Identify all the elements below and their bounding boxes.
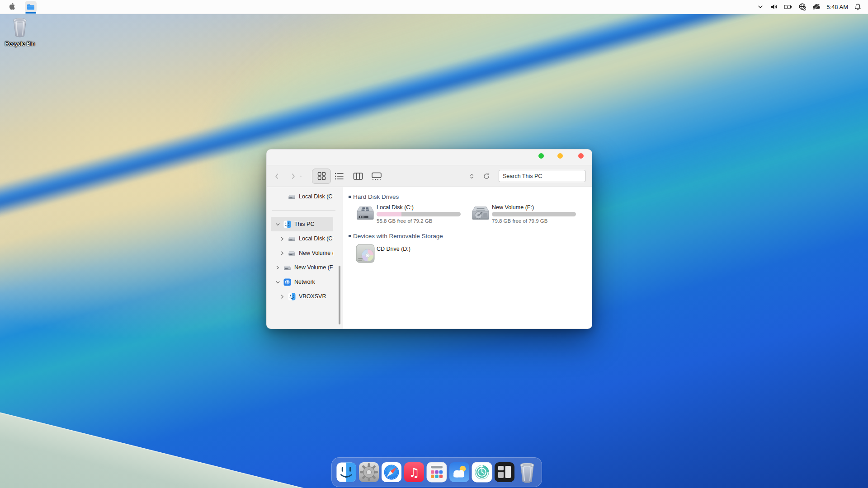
menu-bar: 5:48 AM xyxy=(0,0,868,14)
music-note-icon xyxy=(404,462,425,483)
window-toolbar xyxy=(267,165,592,187)
stepper-sort-button[interactable] xyxy=(468,173,475,179)
battery-icon[interactable] xyxy=(784,3,793,11)
group-bullet-icon xyxy=(349,196,351,198)
grid-view-button[interactable] xyxy=(312,169,331,184)
navigation-sidebar: Local Disk (C:) This PC Local Disk (C:) xyxy=(267,187,343,329)
hidden-icons-chevron[interactable] xyxy=(757,3,764,10)
dock-item-system-settings[interactable] xyxy=(359,462,379,483)
search-input[interactable] xyxy=(499,170,585,182)
sidebar-item-new-volume-f-child[interactable]: New Volume (F: xyxy=(271,246,333,260)
volume-icon[interactable] xyxy=(770,3,778,11)
window-titlebar[interactable] xyxy=(267,150,592,165)
system-tray: 5:48 AM xyxy=(757,3,862,11)
minimize-traffic-light-green[interactable] xyxy=(538,153,544,159)
hard-drive-platter-icon xyxy=(471,204,490,222)
disk-usage-fill xyxy=(492,212,492,216)
chevron-down-icon[interactable] xyxy=(274,280,281,285)
notifications-bell-icon[interactable] xyxy=(854,3,862,11)
recycle-bin-icon xyxy=(11,16,29,38)
file-explorer-window: Local Disk (C:) This PC Local Disk (C:) xyxy=(266,149,592,329)
recycle-bin-desktop-icon[interactable]: Recycle Bin xyxy=(5,16,35,47)
restore-traffic-light-yellow[interactable] xyxy=(557,153,563,159)
toolbar-separator-dot xyxy=(299,175,302,177)
hard-drive-icon xyxy=(288,235,296,243)
drives-content-pane: Hard Disk Drives Local Disk (C:) 55.8 GB… xyxy=(343,187,592,329)
hard-drive-icon xyxy=(288,193,296,201)
drive-tile-new-volume-f[interactable]: New Volume (F:) 79.8 GB free of 79.9 GB xyxy=(471,204,576,224)
back-button[interactable] xyxy=(273,173,280,179)
dock-item-time-machine[interactable] xyxy=(472,462,492,483)
recycle-bin-label: Recycle Bin xyxy=(5,41,35,47)
finder-icon xyxy=(336,462,357,483)
hard-drive-icon xyxy=(288,249,296,257)
sidebar-item-local-disk-c-top[interactable]: Local Disk (C:) xyxy=(271,189,333,204)
apple-logo-icon xyxy=(8,3,15,11)
launchpad-grid-icon xyxy=(426,462,447,483)
sidebar-item-this-pc[interactable]: This PC xyxy=(271,217,333,231)
dock-item-launchpad[interactable] xyxy=(426,462,447,483)
group-bullet-icon xyxy=(349,235,351,237)
sidebar-item-local-disk-c[interactable]: Local Disk (C:) xyxy=(271,231,333,246)
dock-item-finder[interactable] xyxy=(336,462,357,483)
chevron-right-icon[interactable] xyxy=(279,236,285,241)
gear-icon xyxy=(359,462,379,483)
disk-usage-bar xyxy=(492,212,576,216)
column-view-button[interactable] xyxy=(353,172,363,180)
cd-drive-icon xyxy=(356,244,375,263)
chevron-right-icon[interactable] xyxy=(274,265,281,270)
drive-tile-local-disk-c[interactable]: Local Disk (C:) 55.8 GB free of 79.2 GB xyxy=(356,204,461,224)
cloud-offline-icon[interactable] xyxy=(812,3,821,11)
list-view-button[interactable] xyxy=(334,172,344,180)
dock-item-weather[interactable] xyxy=(449,462,470,483)
chevron-right-icon[interactable] xyxy=(279,251,285,256)
dock-item-mission-control[interactable] xyxy=(494,462,515,483)
hard-drive-windows-icon xyxy=(356,204,375,222)
chevron-right-icon[interactable] xyxy=(279,294,285,299)
sidebar-item-network[interactable]: Network xyxy=(271,275,333,289)
gallery-view-button[interactable] xyxy=(371,172,382,180)
group-header-removable-storage[interactable]: Devices with Removable Storage xyxy=(349,233,443,239)
sidebar-separator xyxy=(272,210,335,211)
active-app-indicator xyxy=(25,12,36,14)
dock-item-music[interactable] xyxy=(404,462,425,483)
hard-drive-icon xyxy=(283,264,291,272)
drive-tile-cd-drive-d[interactable]: CD Drive (D:) xyxy=(356,244,410,263)
dock-item-safari[interactable] xyxy=(381,462,402,483)
group-header-hard-disk-drives[interactable]: Hard Disk Drives xyxy=(349,193,399,200)
sidebar-item-new-volume-f[interactable]: New Volume (F:) xyxy=(271,260,333,275)
weather-cloud-sun-icon xyxy=(449,462,470,483)
disk-usage-fill xyxy=(377,212,401,216)
sidebar-item-vboxsvr[interactable]: VBOXSVR xyxy=(271,289,333,304)
finder-face-icon xyxy=(288,293,296,300)
clock-time[interactable]: 5:48 AM xyxy=(826,4,848,10)
apple-menu[interactable] xyxy=(8,3,15,11)
disk-usage-bar xyxy=(377,212,461,216)
finder-face-icon xyxy=(283,221,291,228)
time-machine-clock-icon xyxy=(472,462,492,483)
refresh-button[interactable] xyxy=(482,173,491,180)
trash-icon xyxy=(518,461,536,483)
network-globe-icon xyxy=(283,278,291,286)
folder-icon xyxy=(26,2,35,11)
dock xyxy=(331,457,542,487)
close-traffic-light-red[interactable] xyxy=(578,153,584,159)
active-app-file-explorer[interactable] xyxy=(25,1,37,13)
safari-compass-icon xyxy=(381,462,402,483)
forward-button[interactable] xyxy=(289,173,297,179)
chevron-down-icon[interactable] xyxy=(274,222,281,227)
tiles-icon xyxy=(494,462,515,483)
desktop-screen: Recycle Bin xyxy=(0,0,868,488)
network-globe-icon[interactable] xyxy=(798,3,807,11)
dock-item-trash[interactable] xyxy=(517,462,538,483)
sidebar-scrollbar[interactable] xyxy=(339,266,340,324)
